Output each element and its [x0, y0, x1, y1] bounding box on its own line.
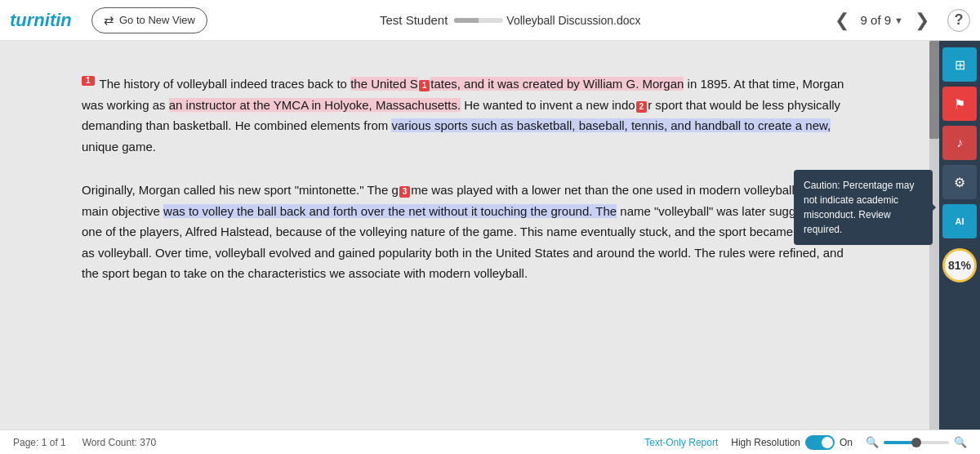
paragraph-1: 1 The history of volleyball indeed trace… [82, 73, 848, 157]
main: 1 The history of volleyball indeed trace… [0, 41, 980, 430]
ai-icon: AI [956, 216, 964, 226]
similarity-score-button[interactable]: 81% [942, 248, 977, 283]
flag-icon: ⚑ [954, 96, 965, 112]
p1-text-1: The history of volleyball indeed traces … [99, 77, 350, 91]
logo: turnitin [10, 10, 75, 31]
help-button[interactable]: ? [947, 9, 970, 32]
file-name: Volleyball Discussion.docx [506, 14, 640, 27]
zoom-out-icon[interactable]: 🔍 [866, 436, 879, 448]
zoom-in-icon[interactable]: 🔍 [954, 436, 967, 448]
music-button[interactable]: ♪ [942, 126, 977, 160]
prev-page-button[interactable]: ❮ [830, 8, 854, 33]
switch-icon: ⇄ [104, 13, 114, 28]
header-nav: ❮ 9 of 9 ▼ ❯ ? [830, 8, 970, 33]
paragraph-2: Originally, Morgan called his new sport … [82, 180, 848, 284]
p1-highlight-3: an instructor at the YMCA in Holyoke, Ma… [169, 98, 461, 112]
gear-icon: ⚙ [954, 175, 965, 190]
char-marker-1: 1 [419, 80, 430, 91]
tooltip-text: Caution: Percentage may not indicate aca… [804, 180, 914, 235]
char-marker-2: 2 [636, 101, 648, 113]
toggle-knob [822, 437, 833, 448]
statusbar: Page: 1 of 1 Word Count: 370 Text-Only R… [0, 430, 980, 454]
p2-text-1: Originally, Morgan called his new sport … [82, 183, 399, 197]
tooltip: Caution: Percentage may not indicate aca… [794, 170, 933, 245]
p1-highlight-1: the United S [350, 77, 418, 91]
header-center: Test Student Volleyball Discussion.docx [207, 13, 813, 27]
page-counter-caret: ▼ [894, 16, 903, 25]
statusbar-right: Text-Only Report High Resolution On 🔍 🔍 [644, 435, 967, 450]
page-counter[interactable]: 9 of 9 ▼ [861, 13, 903, 27]
layers-button[interactable]: ⊞ [942, 47, 977, 82]
document-area[interactable]: 1 The history of volleyball indeed trace… [0, 41, 929, 430]
p1-text-5: unique game. [82, 140, 156, 154]
word-count-label: Word Count: 370 [82, 437, 157, 448]
ai-button[interactable]: AI [942, 204, 977, 238]
p1-text-3: He wanted to invent a new indo [461, 98, 635, 112]
go-to-new-view-button[interactable]: ⇄ Go to New View [91, 7, 207, 33]
zoom-thumb [911, 438, 921, 447]
zoom-slider[interactable] [884, 441, 949, 444]
similarity-container: 81% [942, 248, 977, 283]
text-only-report-link[interactable]: Text-Only Report [644, 437, 718, 448]
student-name: Test Student [380, 13, 448, 27]
high-resolution-toggle: High Resolution On [731, 435, 853, 450]
file-progress-fill [454, 18, 479, 23]
zoom-area: 🔍 🔍 [866, 436, 967, 448]
file-progress-bar [454, 18, 503, 23]
footnote-marker-1: 1 [82, 76, 95, 86]
toggle-on-label: On [840, 437, 853, 448]
scrollbar-thumb[interactable] [929, 41, 939, 139]
gear-button[interactable]: ⚙ [942, 165, 977, 199]
high-resolution-label: High Resolution [731, 437, 800, 448]
p1-highlight-2: tates, and it was created by William G. … [430, 77, 684, 91]
flag-button[interactable]: ⚑ [942, 87, 977, 121]
music-icon: ♪ [956, 136, 963, 150]
p1-highlight-4: various sports such as basketball, baseb… [391, 118, 831, 132]
file-name-bar: Volleyball Discussion.docx [454, 14, 640, 27]
next-page-button[interactable]: ❯ [910, 8, 934, 33]
page-counter-text: 9 of 9 [861, 13, 892, 27]
similarity-score-text: 81% [948, 259, 971, 272]
go-to-new-view-label: Go to New View [119, 14, 195, 26]
toggle-track[interactable] [805, 435, 835, 450]
layers-icon: ⊞ [955, 57, 965, 73]
header: turnitin ⇄ Go to New View Test Student V… [0, 0, 980, 41]
page-info: Page: 1 of 1 [13, 437, 66, 448]
char-marker-3: 3 [399, 186, 411, 198]
right-sidebar: ⊞ ⚑ ♪ ⚙ AI 81% [939, 41, 980, 430]
p2-highlight-1: was to volley the ball back and forth ov… [163, 204, 617, 218]
